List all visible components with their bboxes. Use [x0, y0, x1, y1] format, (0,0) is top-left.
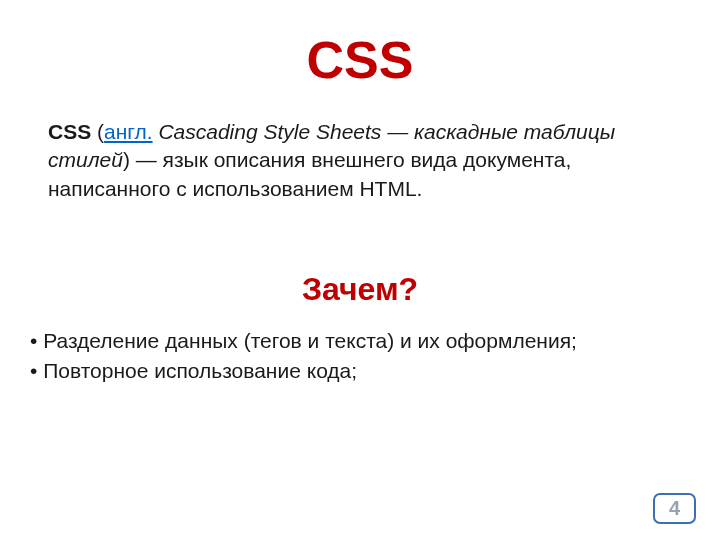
page-title: CSS [48, 30, 672, 90]
list-item: Повторное использование кода; [30, 356, 672, 386]
bullet-list: Разделение данных (тегов и текста) и их … [30, 326, 672, 387]
slide: CSS CSS (англ. Cascading Style Sheets — … [0, 0, 720, 540]
definition-paragraph: CSS (англ. Cascading Style Sheets — каск… [48, 118, 672, 203]
language-link[interactable]: англ. [104, 120, 153, 143]
definition-abbr: CSS [48, 120, 91, 143]
list-item: Разделение данных (тегов и текста) и их … [30, 326, 672, 356]
definition-close-paren: ) [123, 148, 130, 171]
definition-open-paren: ( [91, 120, 104, 143]
subheading: Зачем? [48, 271, 672, 308]
page-number-badge: 4 [653, 493, 696, 524]
